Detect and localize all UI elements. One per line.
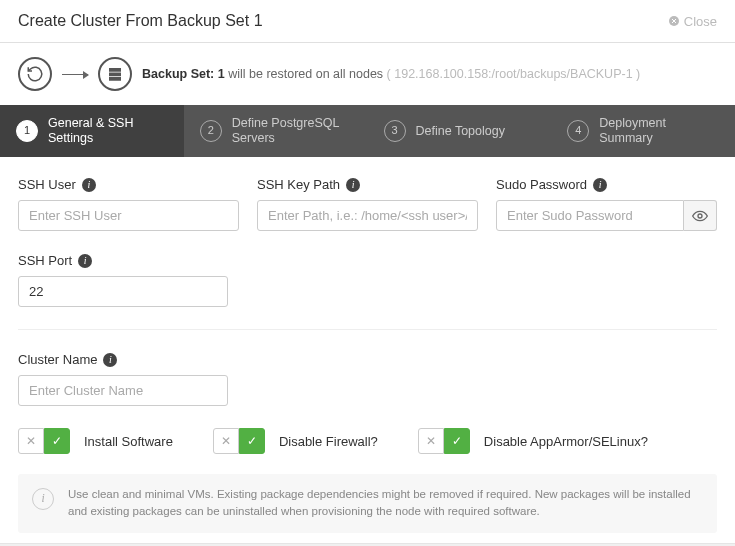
ssh-user-label: SSH User — [18, 177, 76, 192]
install-software-toggle[interactable]: ✕ ✓ — [18, 428, 70, 454]
step-number: 1 — [16, 120, 38, 142]
toggle-password-visibility[interactable] — [684, 200, 717, 231]
step-define-topology[interactable]: 3 Define Topology — [368, 105, 552, 157]
step-deployment-summary[interactable]: 4 Deployment Summary — [551, 105, 735, 157]
toggle-off[interactable]: ✕ — [18, 428, 44, 454]
info-box: i Use clean and minimal VMs. Existing pa… — [18, 474, 717, 533]
server-icon — [98, 57, 132, 91]
toggle-on[interactable]: ✓ — [444, 428, 470, 454]
backup-info-row: Backup Set: 1 will be restored on all no… — [0, 43, 735, 105]
cluster-name-label: Cluster Name — [18, 352, 97, 367]
info-icon[interactable]: i — [82, 178, 96, 192]
svg-rect-3 — [109, 77, 121, 81]
disable-apparmor-label: Disable AppArmor/SELinux? — [484, 434, 648, 449]
cluster-name-input[interactable] — [18, 375, 228, 406]
eye-icon — [692, 208, 708, 224]
step-label: Define Topology — [416, 124, 505, 139]
disable-firewall-toggle[interactable]: ✕ ✓ — [213, 428, 265, 454]
ssh-key-label: SSH Key Path — [257, 177, 340, 192]
install-software-label: Install Software — [84, 434, 173, 449]
arrow-icon — [62, 74, 88, 75]
ssh-key-input[interactable] — [257, 200, 478, 231]
step-label: General & SSH Settings — [48, 116, 168, 146]
info-icon[interactable]: i — [346, 178, 360, 192]
step-number: 2 — [200, 120, 222, 142]
info-icon[interactable]: i — [78, 254, 92, 268]
close-icon — [668, 15, 680, 27]
toggle-on[interactable]: ✓ — [44, 428, 70, 454]
ssh-user-input[interactable] — [18, 200, 239, 231]
step-general-ssh[interactable]: 1 General & SSH Settings — [0, 105, 184, 157]
info-icon: i — [32, 488, 54, 510]
info-icon[interactable]: i — [593, 178, 607, 192]
svg-rect-2 — [109, 73, 121, 77]
sudo-password-input[interactable] — [496, 200, 684, 231]
ssh-port-input[interactable] — [18, 276, 228, 307]
close-button[interactable]: Close — [668, 14, 717, 29]
step-label: Define PostgreSQL Servers — [232, 116, 352, 146]
ssh-port-label: SSH Port — [18, 253, 72, 268]
backup-text: Backup Set: 1 will be restored on all no… — [142, 67, 640, 81]
dialog-title: Create Cluster From Backup Set 1 — [18, 12, 263, 30]
restore-icon — [18, 57, 52, 91]
close-label: Close — [684, 14, 717, 29]
svg-point-4 — [698, 214, 702, 218]
disable-apparmor-toggle[interactable]: ✕ ✓ — [418, 428, 470, 454]
step-define-postgresql[interactable]: 2 Define PostgreSQL Servers — [184, 105, 368, 157]
sudo-password-label: Sudo Password — [496, 177, 587, 192]
step-number: 3 — [384, 120, 406, 142]
step-number: 4 — [567, 120, 589, 142]
info-text: Use clean and minimal VMs. Existing pack… — [68, 486, 703, 521]
svg-rect-1 — [109, 68, 121, 72]
step-label: Deployment Summary — [599, 116, 719, 146]
toggle-on[interactable]: ✓ — [239, 428, 265, 454]
toggle-off[interactable]: ✕ — [418, 428, 444, 454]
toggle-off[interactable]: ✕ — [213, 428, 239, 454]
divider — [18, 329, 717, 330]
info-icon[interactable]: i — [103, 353, 117, 367]
disable-firewall-label: Disable Firewall? — [279, 434, 378, 449]
wizard-steps: 1 General & SSH Settings 2 Define Postgr… — [0, 105, 735, 157]
